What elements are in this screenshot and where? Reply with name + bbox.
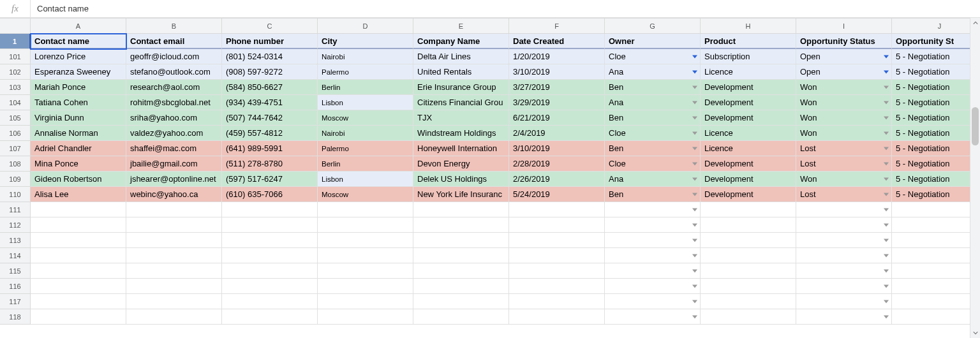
table-cell[interactable]: 5/24/2019 [509, 187, 605, 202]
table-cell[interactable] [126, 279, 222, 294]
dropdown-chevron-icon[interactable] [884, 101, 889, 104]
table-header-cell[interactable]: Product [701, 34, 796, 49]
table-cell[interactable]: Ana [605, 64, 701, 80]
table-cell[interactable] [892, 309, 980, 325]
table-cell[interactable]: (584) 850-6627 [222, 80, 318, 95]
table-cell[interactable] [701, 248, 796, 263]
row-header[interactable]: 112 [0, 217, 31, 233]
table-cell[interactable]: geoffr@icloud.com [126, 49, 222, 64]
table-cell[interactable] [605, 263, 701, 279]
table-cell[interactable] [701, 202, 796, 217]
dropdown-chevron-icon[interactable] [884, 254, 889, 257]
table-cell[interactable] [605, 217, 701, 233]
table-cell[interactable]: Development [701, 80, 796, 95]
table-cell[interactable]: United Rentals [413, 64, 509, 80]
table-cell[interactable] [509, 294, 605, 309]
table-cell[interactable]: stefano@outlook.com [126, 64, 222, 80]
table-cell[interactable]: Moscow [318, 187, 413, 202]
dropdown-chevron-icon[interactable] [692, 193, 697, 196]
table-cell[interactable]: 5 - Negotiation [892, 156, 980, 172]
table-cell[interactable] [222, 217, 318, 233]
table-cell[interactable] [31, 263, 126, 279]
table-header-cell[interactable]: Opportunity Status [796, 34, 892, 49]
dropdown-chevron-icon[interactable] [884, 70, 889, 73]
table-cell[interactable] [318, 217, 413, 233]
table-cell[interactable]: (641) 989-5991 [222, 141, 318, 156]
table-cell[interactable] [892, 217, 980, 233]
table-cell[interactable] [509, 202, 605, 217]
table-cell[interactable]: Lisbon [318, 172, 413, 187]
dropdown-chevron-icon[interactable] [884, 162, 889, 165]
table-cell[interactable]: Annalise Norman [31, 126, 126, 141]
table-cell[interactable]: Mariah Ponce [31, 80, 126, 95]
table-cell[interactable]: 5 - Negotiation [892, 187, 980, 202]
table-cell[interactable]: research@aol.com [126, 80, 222, 95]
dropdown-chevron-icon[interactable] [692, 70, 697, 73]
dropdown-chevron-icon[interactable] [884, 147, 889, 150]
row-header[interactable]: 105 [0, 110, 31, 126]
dropdown-chevron-icon[interactable] [692, 300, 697, 303]
table-cell[interactable] [126, 202, 222, 217]
table-cell[interactable]: Alisa Lee [31, 187, 126, 202]
table-cell[interactable] [31, 233, 126, 248]
table-cell[interactable] [413, 263, 509, 279]
table-cell[interactable]: Ben [605, 110, 701, 126]
table-cell[interactable] [31, 217, 126, 233]
table-cell[interactable] [605, 248, 701, 263]
column-header[interactable]: I [796, 18, 892, 34]
table-cell[interactable]: 3/29/2019 [509, 95, 605, 110]
table-cell[interactable]: Cloe [605, 156, 701, 172]
table-cell[interactable]: Ben [605, 141, 701, 156]
table-cell[interactable]: 5 - Negotiation [892, 141, 980, 156]
table-cell[interactable] [701, 294, 796, 309]
table-cell[interactable]: Lost [796, 156, 892, 172]
table-cell[interactable] [318, 202, 413, 217]
row-header[interactable]: 1 [0, 34, 31, 49]
table-cell[interactable]: Palermo [318, 64, 413, 80]
table-cell[interactable]: Palermo [318, 141, 413, 156]
table-cell[interactable] [413, 217, 509, 233]
dropdown-chevron-icon[interactable] [884, 131, 889, 135]
table-cell[interactable] [796, 294, 892, 309]
table-cell[interactable]: Citizens Financial Grou [413, 95, 509, 110]
table-cell[interactable]: rohitm@sbcglobal.net [126, 95, 222, 110]
table-cell[interactable] [31, 309, 126, 325]
dropdown-chevron-icon[interactable] [692, 254, 697, 257]
table-cell[interactable]: Virginia Dunn [31, 110, 126, 126]
row-header[interactable]: 110 [0, 187, 31, 202]
dropdown-chevron-icon[interactable] [884, 223, 889, 226]
table-cell[interactable]: 5 - Negotiation [892, 95, 980, 110]
table-cell[interactable] [892, 263, 980, 279]
table-cell[interactable]: Esperanza Sweeney [31, 64, 126, 80]
dropdown-chevron-icon[interactable] [692, 85, 697, 89]
table-cell[interactable] [701, 263, 796, 279]
table-cell[interactable]: (610) 635-7066 [222, 187, 318, 202]
table-cell[interactable] [413, 309, 509, 325]
table-cell[interactable]: Licence [701, 141, 796, 156]
table-header-cell[interactable]: Date Created [509, 34, 605, 49]
table-cell[interactable]: Licence [701, 126, 796, 141]
table-cell[interactable] [31, 202, 126, 217]
table-cell[interactable] [31, 248, 126, 263]
table-cell[interactable]: Licence [701, 64, 796, 80]
table-cell[interactable]: Won [796, 172, 892, 187]
table-cell[interactable]: 3/10/2019 [509, 141, 605, 156]
dropdown-chevron-icon[interactable] [884, 284, 889, 288]
table-cell[interactable]: Gideon Robertson [31, 172, 126, 187]
table-cell[interactable]: 5 - Negotiation [892, 110, 980, 126]
dropdown-chevron-icon[interactable] [692, 101, 697, 104]
table-cell[interactable] [222, 294, 318, 309]
table-cell[interactable] [796, 217, 892, 233]
table-cell[interactable] [126, 294, 222, 309]
table-cell[interactable] [509, 263, 605, 279]
row-header[interactable]: 101 [0, 49, 31, 64]
row-header[interactable]: 104 [0, 95, 31, 110]
table-cell[interactable]: 5 - Negotiation [892, 80, 980, 95]
table-cell[interactable]: jbailie@gmail.com [126, 156, 222, 172]
row-header[interactable]: 103 [0, 80, 31, 95]
table-cell[interactable]: Development [701, 187, 796, 202]
table-cell[interactable] [605, 202, 701, 217]
table-cell[interactable]: (459) 557-4812 [222, 126, 318, 141]
table-cell[interactable]: Lost [796, 141, 892, 156]
table-cell[interactable] [605, 279, 701, 294]
